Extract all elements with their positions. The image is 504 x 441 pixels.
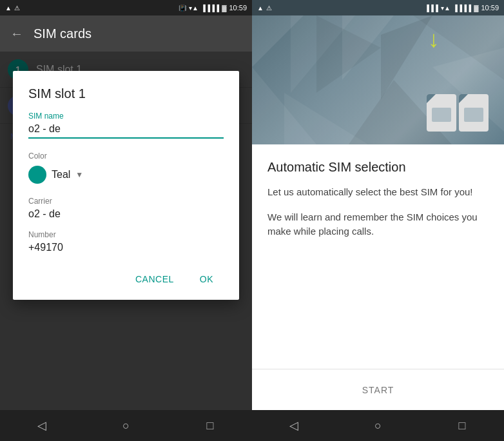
right-status-bar: ▲ ⚠ ▐▐▐ ▾▲ ▐▐▐▐ ▓ 10:59 [252, 0, 504, 15]
sim-card-2 [459, 94, 489, 132]
right-status-left: ▲ ⚠ [257, 5, 272, 12]
back-button[interactable]: ← [10, 26, 23, 41]
warning-icon: ⚠ [14, 5, 20, 12]
vibrate-icon: 📳 [179, 5, 186, 12]
right-main-content: Automatic SIM selection Let us automatic… [252, 144, 504, 369]
sim-edit-dialog: SIM slot 1 SIM name Color Teal ▼ Carrier… [13, 71, 239, 300]
right-time: 10:59 [481, 4, 499, 12]
right-wifi-icon: ▾▲ [441, 5, 451, 12]
left-status-right: 📳 ▾▲ ▐▐▐▐ ▓ 10:59 [179, 4, 247, 12]
left-panel: ▲ ⚠ 📳 ▾▲ ▐▐▐▐ ▓ 10:59 ← SIM cards 1 SIM … [0, 0, 252, 441]
color-section-label: Color [28, 152, 224, 161]
color-dropdown-arrow[interactable]: ▼ [75, 170, 83, 179]
right-warning-icon: ⚠ [266, 5, 272, 12]
color-picker-row[interactable]: Teal ▼ [28, 166, 224, 184]
right-panel: ▲ ⚠ ▐▐▐ ▾▲ ▐▐▐▐ ▓ 10:59 ↓ [252, 0, 504, 441]
back-nav-icon[interactable]: ◁ [29, 413, 55, 438]
left-bottom-nav: ◁ ○ □ [0, 410, 252, 441]
right-status-right: ▐▐▐ ▾▲ ▐▐▐▐ ▓ 10:59 [425, 4, 499, 12]
left-status-bar: ▲ ⚠ 📳 ▾▲ ▐▐▐▐ ▓ 10:59 [0, 0, 252, 15]
battery-icon: ▓ [222, 5, 226, 12]
hero-section: ↓ [252, 15, 504, 144]
right-home-nav-icon[interactable]: ○ [365, 413, 391, 438]
sim-card-2-chip [464, 108, 483, 122]
right-back-nav-icon[interactable]: ◁ [281, 413, 307, 438]
right-signal2-icon: ▐▐▐▐ [453, 5, 471, 12]
sim-card-1-notch [427, 94, 436, 103]
svg-marker-3 [381, 15, 432, 99]
number-value: +49170 [28, 242, 224, 253]
left-time: 10:59 [229, 4, 247, 12]
left-top-bar: ← SIM cards [0, 15, 252, 52]
right-signal-icon: ▐▐▐ [425, 5, 438, 12]
auto-sim-title: Automatic SIM selection [267, 160, 489, 175]
right-notification-icon: ▲ [257, 5, 264, 12]
dialog-title: SIM slot 1 [28, 86, 224, 101]
start-section: START [252, 369, 504, 410]
auto-sim-desc1: Let us automatically select the best SIM… [267, 185, 489, 200]
sim-card-1-chip [432, 108, 451, 122]
right-battery-icon: ▓ [474, 5, 478, 12]
right-recents-nav-icon[interactable]: □ [449, 413, 475, 438]
sim-cards-graphic [427, 94, 489, 132]
sim-name-input[interactable] [28, 123, 224, 139]
arrow-down-icon: ↓ [428, 26, 440, 53]
sim-name-label: SIM name [28, 112, 224, 121]
carrier-value: o2 - de [28, 208, 224, 220]
color-name: Teal [52, 169, 70, 181]
carrier-label: Carrier [28, 197, 224, 206]
dialog-actions: CANCEL OK [28, 269, 224, 289]
sim-list-background: 1 SIM slot 1 2 SIM slot 2 M SIM slot 1 S… [0, 52, 252, 410]
start-button[interactable]: START [362, 385, 394, 395]
ok-button[interactable]: OK [189, 269, 224, 289]
left-status-icons: ▲ ⚠ [5, 5, 20, 12]
sim-card-1 [427, 94, 456, 132]
recents-nav-icon[interactable]: □ [197, 413, 223, 438]
signal-icon: ▐▐▐▐ [201, 5, 219, 12]
notification-icon: ▲ [5, 5, 12, 12]
cancel-button[interactable]: CANCEL [125, 269, 184, 289]
color-dot-teal [28, 166, 46, 184]
auto-sim-desc2: We will learn and remember the SIM choic… [267, 210, 489, 239]
sim-card-2-notch [459, 94, 468, 103]
number-label: Number [28, 230, 224, 239]
right-bottom-nav: ◁ ○ □ [252, 410, 504, 441]
page-title: SIM cards [34, 26, 92, 41]
wifi-icon: ▾▲ [189, 5, 199, 12]
home-nav-icon[interactable]: ○ [113, 413, 139, 438]
